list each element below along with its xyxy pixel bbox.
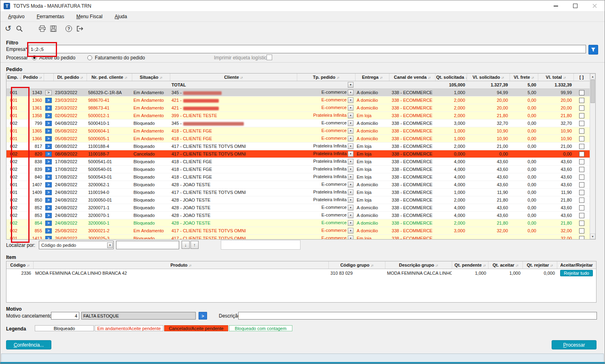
col-header-qt-pendente[interactable]: Qt. pendente ↓↑ (452, 261, 488, 269)
tp-pedido-dropdown[interactable]: ▾ (348, 113, 353, 118)
tp-pedido-dropdown[interactable]: ▾ (348, 182, 353, 187)
row-expand-button[interactable]: > (45, 151, 52, 157)
pedido-row[interactable]: 002799>04/08/20225000410-1Bloqueado345 -… (6, 120, 590, 127)
row-expand-button[interactable]: > (45, 98, 52, 103)
row-checkbox[interactable] (579, 113, 584, 118)
col-header-nr-ped-cliente[interactable]: Nr. ped. cliente ↓↑ (87, 74, 132, 81)
menu-item-ferramentas[interactable]: Ferramentas (31, 13, 70, 21)
row-expand-button[interactable]: > (45, 105, 52, 111)
pedido-row[interactable]: 002820>08/08/20221100188-7Cancelado417 -… (6, 150, 590, 158)
row-checkbox[interactable] (579, 221, 584, 226)
radio-option-aceite-do-pedido[interactable]: Aceite do pedido (32, 54, 87, 61)
row-checkbox[interactable] (579, 175, 584, 180)
row-expand-button[interactable]: > (45, 182, 52, 187)
undo-icon[interactable]: ↺ (4, 24, 13, 33)
find-prev-button[interactable]: ↑ (190, 241, 199, 249)
col-header-produto[interactable]: Produto ↓↑ (33, 261, 328, 269)
tp-pedido-dropdown[interactable]: ▾ (348, 189, 353, 195)
row-expand-button[interactable]: > (45, 159, 52, 164)
row-checkbox[interactable] (579, 159, 584, 164)
processar-button[interactable]: Processar (552, 340, 597, 349)
print-icon[interactable] (38, 24, 47, 33)
row-checkbox[interactable] (579, 205, 584, 210)
tp-pedido-dropdown[interactable]: ▾ (348, 82, 353, 88)
row-checkbox[interactable] (579, 213, 584, 218)
col-header-dt-pedido[interactable]: Dt. pedido ↓↑ (53, 74, 87, 81)
pedido-row[interactable]: 0011366>05/08/20225000605-1Em Andamento4… (6, 135, 590, 143)
imprimir-checkbox[interactable] (267, 55, 272, 60)
pedido-row[interactable]: 002817>08/08/20221100188-4Bloqueado417 -… (6, 143, 590, 150)
row-checkbox[interactable] (579, 136, 584, 141)
filter-button[interactable] (588, 45, 598, 55)
row-expand-button[interactable]: > (45, 205, 52, 210)
row-expand-button[interactable]: > (45, 190, 52, 195)
pedido-row[interactable]: 0011413>26/08/20223000025-3Bloqueado417 … (6, 235, 590, 240)
row-checkbox[interactable] (579, 182, 584, 187)
row-checkbox[interactable] (579, 190, 584, 195)
pedido-row[interactable]: 002839>17/08/20225000540-01Bloqueado418 … (6, 166, 590, 173)
pedido-row[interactable]: 0011407>24/08/20223200062-1Bloqueado428 … (6, 181, 590, 189)
row-checkbox[interactable] (579, 228, 584, 234)
radio-option-faturamento-do-pedido[interactable]: Faturamento do pedido (87, 54, 157, 61)
row-expand-button[interactable]: > (45, 236, 52, 240)
col-header-canal-de-venda[interactable]: Canal de venda ↓↑ (389, 74, 435, 81)
col-header-entrega[interactable]: Entrega ↓↑ (355, 74, 389, 81)
row-checkbox[interactable] (579, 236, 584, 240)
row-expand-button[interactable]: > (45, 175, 52, 180)
row-checkbox[interactable] (579, 198, 584, 203)
menu-item-ajuda[interactable]: Ajuda (108, 13, 133, 21)
pedido-row[interactable]: 0011358>02/06/20225000012-1Em Andamento3… (6, 112, 590, 120)
col-header-c-digo[interactable]: Código ↓↑ (6, 261, 33, 269)
pedido-row[interactable]: 002854>24/08/20223200060-1Bloqueado428 -… (6, 219, 590, 227)
motivo-codigo-input[interactable] (51, 312, 79, 320)
pedido-row[interactable]: 002838>17/08/20225000541-01Bloqueado418 … (6, 158, 590, 166)
tp-pedido-dropdown[interactable]: ▾ (348, 166, 353, 172)
row-checkbox[interactable] (579, 167, 584, 172)
scroll-down-button[interactable]: ▼ (590, 234, 595, 239)
minimize-button[interactable] (551, 2, 560, 10)
tp-pedido-dropdown[interactable]: ▾ (348, 205, 353, 210)
scroll-thumb[interactable] (590, 80, 595, 103)
pedido-row[interactable]: 0011360>23/03/2022988670-41Em Andamento4… (6, 97, 590, 104)
col-header-tp-pedido[interactable]: Tp. pedido ↓↑ (297, 74, 355, 81)
row-checkbox[interactable] (579, 98, 584, 103)
close-button[interactable] (590, 2, 599, 10)
col-header-vl-solicitado[interactable]: Vl. solicitado ↓↑ (467, 74, 510, 81)
tp-pedido-dropdown[interactable]: ▾ (348, 97, 353, 103)
pedido-row[interactable]: 0011343>23/03/2022586329-C-1R-8AEm Andam… (6, 89, 590, 97)
col-header-cliente[interactable]: Cliente ↓↑ (170, 74, 297, 81)
row-expand-button[interactable]: > (45, 228, 52, 234)
pedido-scrollbar[interactable]: ▲ ▼ (590, 74, 595, 239)
row-expand-button[interactable]: > (45, 121, 52, 126)
descricao-input[interactable] (238, 312, 597, 320)
tp-pedido-dropdown[interactable]: ▾ (348, 220, 353, 226)
col-header-qt-aceitar[interactable]: Qt. aceitar ↓↑ (488, 261, 522, 269)
item-row[interactable]: 2336MODA FEMININA CALCA LINHO BRANCA 423… (6, 269, 596, 277)
tp-pedido-dropdown[interactable]: ▾ (348, 228, 353, 234)
rejeitar-tudo-button[interactable]: Rejeitar tudo (560, 270, 592, 276)
row-expand-button[interactable]: > (45, 198, 52, 203)
tp-pedido-dropdown[interactable]: ▾ (348, 151, 353, 157)
pedido-row[interactable]: 002852>24/08/20223200071-1Bloqueado428 -… (6, 204, 590, 212)
row-expand-button[interactable]: > (45, 144, 52, 149)
pedido-row[interactable]: 0011361>23/03/2022988673-41Em Andamento4… (6, 104, 590, 112)
conferencia-button[interactable]: Conferência... (6, 340, 51, 349)
scroll-up-button[interactable]: ▲ (590, 74, 595, 79)
row-expand-button[interactable]: > (45, 167, 52, 172)
menu-item-menu-fiscal[interactable]: Menu Fiscal (70, 13, 109, 21)
save-icon[interactable] (49, 24, 58, 33)
row-checkbox[interactable] (579, 121, 584, 126)
row-expand-button[interactable]: > (45, 221, 52, 226)
exit-icon[interactable] (76, 24, 85, 33)
row-checkbox[interactable] (579, 151, 584, 157)
help-icon[interactable]: ? (64, 24, 73, 33)
maximize-button[interactable] (571, 2, 580, 10)
row-expand-button[interactable]: > (45, 128, 52, 134)
search-icon[interactable] (15, 24, 24, 33)
pedido-row[interactable]: 0011365>05/08/20225000604-1Em Andamento4… (6, 127, 590, 135)
col-header-emp[interactable]: Emp. ↓↑ (6, 74, 21, 81)
pedido-row[interactable]: 002840>17/08/20225000543-01Bloqueado418 … (6, 173, 590, 181)
menu-item-arquivo[interactable]: Arquivo (2, 13, 31, 21)
row-checkbox[interactable] (579, 105, 584, 111)
tp-pedido-dropdown[interactable]: ▾ (348, 136, 353, 141)
